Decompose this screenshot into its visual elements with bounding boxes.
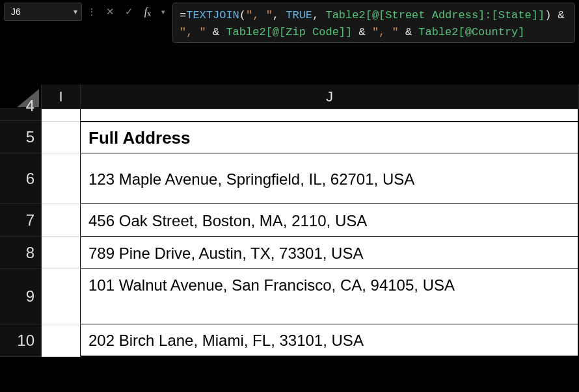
spreadsheet-grid: I J 4 5 Full Address 6 123 Maple Avenue,… — [0, 85, 579, 357]
cell-J4[interactable] — [81, 109, 579, 121]
row-header-8[interactable]: 8 — [0, 237, 42, 269]
fx-chevron-down-icon[interactable]: ▾ — [158, 3, 168, 20]
cell-I10[interactable] — [42, 324, 81, 357]
cell-J9[interactable]: 101 Walnut Avenue, San Francisco, CA, 94… — [81, 269, 579, 324]
row-5: 5 Full Address — [0, 121, 579, 153]
row-4: 4 — [0, 109, 579, 121]
column-headers: I J — [0, 85, 579, 109]
row-header-4[interactable]: 4 — [0, 109, 42, 121]
cell-J6[interactable]: 123 Maple Avenue, Springfield, IL, 62701… — [81, 153, 579, 204]
cell-J5-header[interactable]: Full Address — [81, 121, 579, 153]
cell-I6[interactable] — [42, 153, 81, 204]
rows-container: 4 5 Full Address 6 123 Maple Avenue, Spr… — [0, 109, 579, 357]
name-box[interactable]: J6 ▾ — [4, 3, 82, 21]
row-header-5[interactable]: 5 — [0, 121, 42, 153]
chevron-down-icon[interactable]: ▾ — [74, 7, 77, 16]
cell-J10[interactable]: 202 Birch Lane, Miami, FL, 33101, USA — [81, 324, 579, 357]
cell-J8[interactable]: 789 Pine Drive, Austin, TX, 73301, USA — [81, 237, 579, 269]
accept-formula-button[interactable]: ✓ — [120, 3, 137, 20]
cancel-formula-button[interactable]: ✕ — [101, 3, 118, 20]
formula-buttons: ✕ ✓ fx ▾ — [101, 3, 168, 21]
row-6: 6 123 Maple Avenue, Springfield, IL, 627… — [0, 153, 579, 204]
cell-I8[interactable] — [42, 237, 81, 269]
name-box-value: J6 — [11, 7, 74, 17]
cell-I4[interactable] — [42, 109, 81, 121]
row-header-9[interactable]: 9 — [0, 269, 42, 324]
cell-J7[interactable]: 456 Oak Street, Boston, MA, 2110, USA — [81, 204, 579, 237]
fx-icon[interactable]: fx — [139, 3, 156, 20]
row-9: 9 101 Walnut Avenue, San Francisco, CA, … — [0, 269, 579, 324]
row-7: 7 456 Oak Street, Boston, MA, 2110, USA — [0, 204, 579, 237]
row-header-7[interactable]: 7 — [0, 204, 42, 237]
cell-I7[interactable] — [42, 204, 81, 237]
row-header-6[interactable]: 6 — [0, 153, 42, 204]
column-header-I[interactable]: I — [42, 85, 81, 109]
formula-bar[interactable]: =TEXTJOIN(", ", TRUE, Table2[@[Street Ad… — [172, 3, 575, 43]
cell-I5[interactable] — [42, 121, 81, 153]
separator-icon: ⋮ — [86, 3, 98, 21]
formula-toolbar: J6 ▾ ⋮ ✕ ✓ fx ▾ =TEXTJOIN(", ", TRUE, Ta… — [0, 0, 579, 49]
row-10: 10 202 Birch Lane, Miami, FL, 33101, USA — [0, 324, 579, 357]
cell-I9[interactable] — [42, 269, 81, 324]
row-header-10[interactable]: 10 — [0, 324, 42, 357]
row-8: 8 789 Pine Drive, Austin, TX, 73301, USA — [0, 237, 579, 269]
select-all-button[interactable] — [0, 85, 42, 109]
column-header-J[interactable]: J — [81, 85, 579, 109]
